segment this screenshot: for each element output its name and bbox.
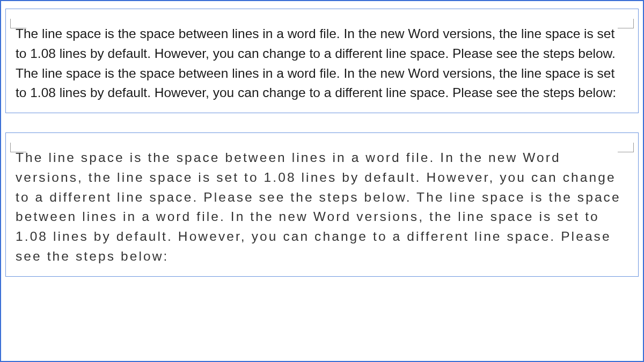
- text-block-normal: The line space is the space between line…: [5, 9, 639, 113]
- paragraph-normal-spacing[interactable]: The line space is the space between line…: [16, 24, 628, 103]
- paragraph-expanded-spacing[interactable]: The line space is the space between line…: [16, 148, 628, 267]
- text-block-expanded: The line space is the space between line…: [5, 132, 639, 277]
